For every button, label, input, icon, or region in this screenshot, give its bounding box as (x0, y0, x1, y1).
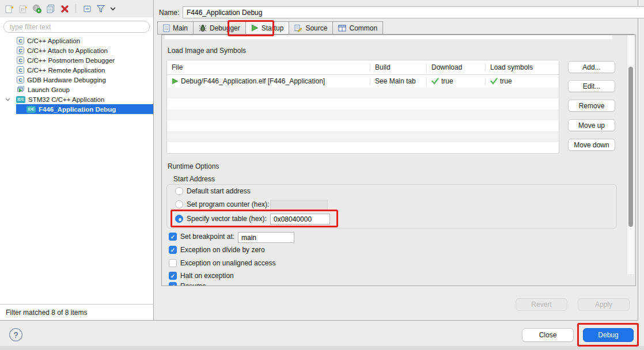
table-empty-row (167, 98, 559, 109)
load-symbols-cell: true (500, 77, 512, 85)
tree-item-cpp-postmortem[interactable]: CC/C++ Postmortem Debugger (0, 55, 153, 65)
config-name-input[interactable] (183, 6, 644, 18)
checkbox-icon-checked[interactable]: ✓ (169, 233, 177, 241)
tree-item-launch-group[interactable]: Launch Group (0, 85, 153, 94)
launch-config-tree: CC/C++ Application CC/C++ Attach to Appl… (0, 36, 153, 114)
move-down-button[interactable]: Move down (568, 139, 615, 151)
configuration-editor-panel: Name: Main Debugger Startup (154, 0, 638, 321)
tree-item-label: C/C++ Postmortem Debugger (27, 57, 115, 64)
radio-set-program-counter[interactable]: Set program counter (hex): (175, 200, 269, 208)
tree-item-cpp-application[interactable]: CC/C++ Application (0, 36, 153, 45)
new-launch-config-icon[interactable] (5, 4, 14, 13)
tab-label: Common (349, 24, 377, 32)
stm32-ide-icon: IDE (26, 106, 36, 113)
vector-table-field[interactable] (270, 214, 330, 225)
checkbox-exception-unaligned[interactable]: Exception on unaligned access (169, 259, 275, 267)
checkbox-icon-checked[interactable]: ✓ (169, 246, 177, 254)
table-icon (338, 25, 346, 32)
table-empty-row (167, 131, 559, 142)
remove-button[interactable]: Remove (568, 100, 615, 112)
document-icon (163, 24, 170, 32)
start-address-title: Start Address (173, 175, 215, 183)
tree-item-gdb-hardware[interactable]: CGDB Hardware Debugging (0, 75, 153, 85)
tab-label: Startup (262, 24, 284, 32)
apply-button[interactable]: Apply (578, 298, 630, 311)
table-header-row: File Build Download Load symbols (167, 60, 559, 75)
duplicate-config-icon[interactable] (46, 4, 55, 13)
tab-debugger[interactable]: Debugger (193, 21, 246, 35)
c-application-icon: C (17, 76, 24, 83)
column-header-build[interactable]: Build (370, 63, 426, 71)
revert-button[interactable]: Revert (516, 298, 567, 311)
toolbar-separator (75, 4, 76, 13)
tree-item-cpp-attach[interactable]: CC/C++ Attach to Application (0, 45, 153, 55)
source-icon (294, 24, 302, 32)
column-header-load-symbols[interactable]: Load symbols (485, 63, 543, 71)
export-launch-config-icon[interactable] (32, 4, 41, 13)
name-label: Name: (159, 9, 179, 17)
checkbox-icon-checked[interactable]: ✓ (169, 282, 177, 286)
radio-icon[interactable] (175, 187, 183, 195)
tree-item-label: C/C++ Application (27, 37, 80, 44)
new-launch-prototype-icon[interactable]: P (18, 4, 28, 13)
tab-main[interactable]: Main (157, 21, 194, 35)
tab-label: Debugger (210, 24, 240, 32)
filter-status-text: Filter matched 8 of 8 items (6, 309, 87, 317)
tree-item-cpp-remote[interactable]: CC/C++ Remote Application (0, 65, 153, 75)
help-button[interactable]: ? (9, 328, 22, 341)
checkbox-icon-unchecked[interactable] (169, 259, 177, 267)
tab-source[interactable]: Source (289, 21, 333, 35)
close-button[interactable]: Close (522, 328, 574, 342)
column-header-file[interactable]: File (167, 63, 370, 71)
checkbox-label: Exception on unaligned access (180, 259, 275, 267)
collapse-all-icon[interactable] (82, 4, 92, 13)
checkbox-label: Halt on exception (180, 272, 234, 280)
edit-button[interactable]: Edit... (568, 80, 615, 92)
chevron-down-icon[interactable] (3, 96, 12, 104)
table-row[interactable]: Debug/F446_Application.elf [F446_Applica… (167, 75, 559, 88)
radio-label: Specify vector table (hex): (187, 215, 267, 223)
c-application-icon: C (17, 56, 24, 64)
add-button[interactable]: Add... (568, 61, 615, 73)
breakpoint-field[interactable] (238, 232, 294, 243)
tree-item-label: C/C++ Remote Application (27, 67, 105, 74)
bug-icon (199, 24, 207, 32)
vertical-scrollbar-thumb[interactable] (628, 67, 633, 227)
download-cell: true (441, 77, 453, 85)
debug-button[interactable]: Debug (583, 328, 634, 342)
filter-dropdown-arrow-icon[interactable] (110, 4, 116, 13)
delete-config-icon[interactable] (60, 4, 69, 13)
tab-label: Main (173, 24, 188, 32)
svg-text:P: P (21, 7, 24, 13)
file-cell: Debug/F446_Application.elf [F446_Applica… (181, 77, 325, 85)
program-counter-field (270, 200, 328, 211)
radio-icon[interactable] (175, 200, 183, 208)
tab-startup[interactable]: Startup (245, 21, 290, 35)
tree-item-f446-application-debug[interactable]: IDE F446_Application Debug (0, 104, 153, 114)
checkbox-set-breakpoint[interactable]: ✓ Set breakpoint at: (169, 233, 234, 241)
radio-default-start-address[interactable]: Default start address (175, 187, 251, 195)
tree-item-label: GDB Hardware Debugging (27, 77, 106, 83)
filter-text-input[interactable] (3, 21, 150, 33)
tree-item-label: STM32 C/C++ Application (28, 96, 104, 103)
filter-icon[interactable] (96, 4, 105, 13)
move-up-button[interactable]: Move up (568, 119, 615, 131)
tree-item-stm32-application[interactable]: IDE STM32 C/C++ Application (0, 94, 153, 104)
filter-status-bar: Filter matched 8 of 8 items (0, 304, 153, 320)
launch-group-icon (17, 86, 25, 93)
c-application-icon: C (17, 37, 24, 44)
checkbox-halt-on-exception[interactable]: ✓ Halt on exception (169, 272, 234, 280)
tree-item-label: Launch Group (28, 86, 70, 93)
checkbox-exception-divide-zero[interactable]: ✓ Exception on divide by zero (169, 246, 265, 254)
launch-config-sidebar: P CC/C++ Application CC/C++ Attach to Ap… (0, 0, 154, 321)
table-empty-row (167, 88, 559, 98)
checkbox-resume[interactable]: ✓ Resume (169, 282, 206, 286)
radio-icon-selected[interactable] (175, 215, 183, 223)
tab-common[interactable]: Common (332, 21, 383, 35)
radio-specify-vector-table[interactable]: Specify vector table (hex): (175, 215, 267, 223)
column-header-download[interactable]: Download (426, 63, 485, 71)
checkbox-icon-checked[interactable]: ✓ (169, 272, 177, 280)
scrolled-field-remnant (165, 35, 612, 39)
radio-label: Set program counter (hex): (187, 200, 269, 208)
table-empty-row (167, 142, 559, 153)
